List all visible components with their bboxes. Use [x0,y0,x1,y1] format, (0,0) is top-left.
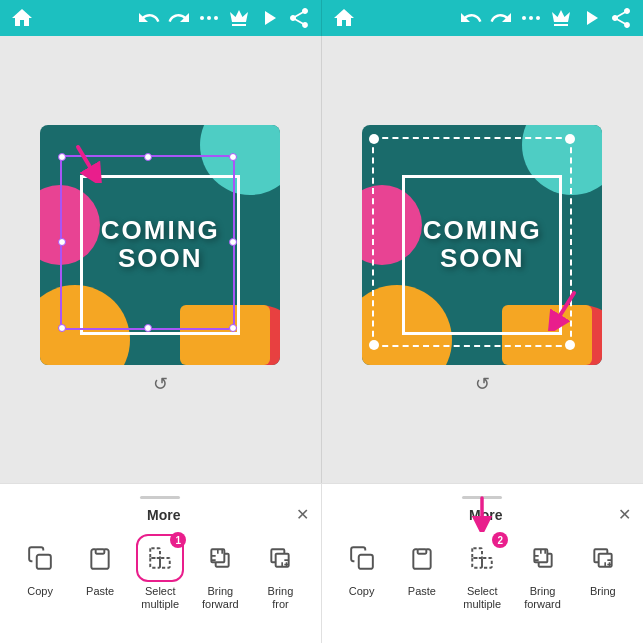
bring-forward-label-left: Bringforward [202,585,239,611]
pink-arrow-select-right [468,496,496,536]
share-icon-left[interactable] [287,6,311,30]
select-multiple-icon-left[interactable]: 1 [136,534,184,582]
bring-forward-icon-left[interactable] [196,534,244,582]
action-copy-right[interactable]: Copy [338,534,386,611]
bring-forward-label-right: Bringforward [524,585,561,611]
svg-point-2 [214,16,218,20]
svg-rect-24 [482,558,492,568]
handle-bl-right[interactable] [369,340,379,350]
close-button-left[interactable]: ✕ [296,505,309,524]
bring-back-icon-right[interactable] [579,534,627,582]
handle-br-right[interactable] [565,340,575,350]
action-paste-left[interactable]: Paste [76,534,124,611]
handle-ml-left[interactable] [58,238,66,246]
crown-icon-left[interactable] [227,6,251,30]
divider-left [140,496,180,499]
home-icon-left[interactable] [10,6,34,30]
svg-line-9 [554,293,574,325]
handle-bl-left[interactable] [58,324,66,332]
svg-rect-11 [96,549,105,553]
undo-icon-right[interactable] [459,6,483,30]
svg-rect-13 [160,558,170,568]
more-icon-right[interactable] [519,6,543,30]
bottom-half-right: More ✕ Copy [322,484,644,643]
rotate-wrap-left: ↺ [153,373,168,395]
bottom-title-left: More [32,507,296,523]
action-select-left[interactable]: 1 Selectmultiple [136,534,184,611]
svg-point-1 [207,16,211,20]
copy-icon-left[interactable] [16,534,64,582]
rotate-wrap-right: ↺ [475,373,490,395]
action-bring-back-left[interactable]: Bringfror [256,534,304,611]
canvas-bg-left[interactable]: COMINGSOON [40,125,280,365]
handle-bm-left[interactable] [144,324,152,332]
svg-rect-12 [150,548,160,558]
handle-tl-left[interactable] [58,153,66,161]
bottom-actions-right: Copy Paste [334,534,632,611]
svg-point-4 [529,16,533,20]
paste-icon-right[interactable] [398,534,446,582]
svg-point-0 [200,16,204,20]
canvas-area: COMINGSOON ↺ [0,36,643,483]
action-bring-back-right[interactable]: Bring [579,534,627,611]
rotate-icon-left[interactable]: ↺ [153,373,168,395]
svg-rect-25 [472,558,482,568]
toolbar-right [322,0,644,36]
more-icon-left[interactable] [197,6,221,30]
svg-rect-20 [418,549,427,553]
select-label-right: Selectmultiple [463,585,501,611]
toolbar-right-icons [459,6,633,30]
crown-icon-right[interactable] [549,6,573,30]
pink-arrow-left [68,143,104,187]
redo-icon-right[interactable] [489,6,513,30]
paste-label-right: Paste [408,585,436,598]
handle-mr-left[interactable] [229,238,237,246]
bring-back-icon-left[interactable] [256,534,304,582]
selection-box-right[interactable] [372,137,572,347]
rotate-icon-right[interactable]: ↺ [475,373,490,395]
toolbar-left [0,0,322,36]
svg-rect-10 [37,555,51,569]
copy-label-right: Copy [349,585,375,598]
copy-label-left: Copy [27,585,53,598]
handle-tr-left[interactable] [229,153,237,161]
bottom-panel: More ✕ Copy [0,483,643,643]
close-button-right[interactable]: ✕ [618,505,631,524]
play-icon-right[interactable] [579,6,603,30]
play-icon-left[interactable] [257,6,281,30]
select-label-left: Selectmultiple [141,585,179,611]
select-multiple-icon-right[interactable]: 2 [458,534,506,582]
top-bars [0,0,643,36]
handle-br-left[interactable] [229,324,237,332]
canvas-panel-right: COMINGSOON ↺ [322,36,644,483]
canvas-bg-right[interactable]: COMINGSOON [362,125,602,365]
action-bring-forward-left[interactable]: Bringforward [196,534,244,611]
redo-icon-left[interactable] [167,6,191,30]
share-icon-right[interactable] [609,6,633,30]
bottom-actions-left: Copy Paste 1 [12,534,309,611]
handle-tr-right[interactable] [565,134,575,144]
copy-icon-right[interactable] [338,534,386,582]
paste-label-left: Paste [86,585,114,598]
svg-point-5 [536,16,540,20]
home-icon-right[interactable] [332,6,356,30]
select-badge-left: 1 [170,532,186,548]
bring-back-label-left: Bringfror [268,585,294,611]
action-bring-forward-right[interactable]: Bringforward [519,534,567,611]
svg-rect-14 [150,558,160,568]
bottom-header-left: More ✕ [12,505,309,524]
svg-rect-23 [472,548,482,558]
pink-arrow-right [544,289,584,335]
action-copy-left[interactable]: Copy [16,534,64,611]
toolbar-left-icons [137,6,311,30]
action-select-right[interactable]: 2 Selectmultiple [458,534,506,611]
paste-icon-left[interactable] [76,534,124,582]
handle-tm-left[interactable] [144,153,152,161]
bring-back-label-right: Bring [590,585,616,598]
svg-rect-19 [358,555,372,569]
undo-icon-left[interactable] [137,6,161,30]
canvas-panel-left: COMINGSOON ↺ [0,36,322,483]
bring-forward-icon-right[interactable] [519,534,567,582]
action-paste-right[interactable]: Paste [398,534,446,611]
handle-tl-right[interactable] [369,134,379,144]
